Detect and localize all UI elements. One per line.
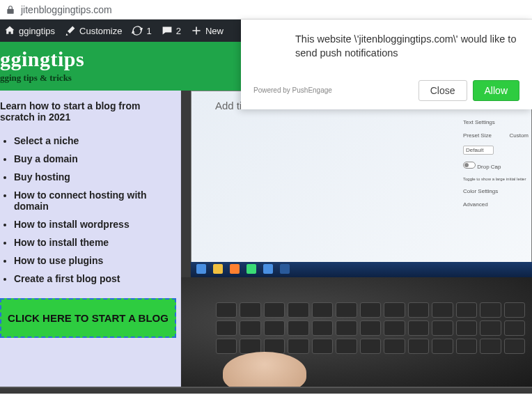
key <box>288 320 308 336</box>
keyboard <box>216 302 525 354</box>
key <box>288 302 308 318</box>
key <box>336 320 357 336</box>
key <box>240 302 260 318</box>
home-icon <box>4 25 15 36</box>
key <box>216 302 237 318</box>
key <box>264 302 285 318</box>
panel-advanced: Advanced <box>463 201 529 208</box>
key <box>336 302 357 318</box>
allow-button[interactable]: Allow <box>473 80 519 101</box>
key <box>432 339 453 354</box>
key <box>240 320 260 336</box>
preset-size-label: Preset Size <box>463 132 492 139</box>
key <box>504 302 525 318</box>
push-notification-prompt: This website \'jitenbloggingtips.com\' w… <box>241 20 532 109</box>
key <box>456 320 477 336</box>
browser-url-bar: jitenbloggingtips.com <box>0 0 532 20</box>
key <box>432 320 453 336</box>
laptop-screen: Add title Text Settings Preset Size Cust… <box>191 91 532 262</box>
key <box>480 339 501 354</box>
list-item: Buy a domain <box>14 153 176 164</box>
adminbar-updates-count: 1 <box>146 26 151 36</box>
dropcap-hint: Toggle to show a large initial letter <box>463 177 529 181</box>
list-item: Create a first blog post <box>14 273 176 284</box>
adminbar-site[interactable]: ggingtips <box>4 25 55 36</box>
taskbar-icon <box>196 264 206 274</box>
adminbar-comments-count: 2 <box>176 26 181 36</box>
url-text[interactable]: jitenbloggingtips.com <box>21 4 112 15</box>
panel-section-text: Text Settings <box>463 119 529 125</box>
dropcap-label: Drop Cap <box>477 164 501 170</box>
panel-color-settings: Color Settings <box>463 188 529 194</box>
key <box>360 302 381 318</box>
sidebar-heading: Learn how to start a blog from scratch i… <box>0 100 176 123</box>
adminbar-new[interactable]: New <box>191 25 224 36</box>
comment-icon <box>162 25 173 36</box>
key <box>456 302 477 318</box>
key <box>504 320 525 336</box>
list-item: How to install theme <box>14 237 176 248</box>
adminbar-new-label: New <box>205 26 224 36</box>
taskbar-icon <box>280 264 290 274</box>
taskbar-icon <box>230 264 240 274</box>
sidebar-list: Select a niche Buy a domain Buy hosting … <box>14 135 176 284</box>
adminbar-customize-label: Customize <box>79 26 122 36</box>
powered-by-text: Powered by PushEngage <box>253 86 332 94</box>
dropcap-toggle <box>463 162 476 169</box>
key <box>384 302 405 318</box>
adminbar-comments[interactable]: 2 <box>162 25 181 36</box>
lock-icon <box>6 5 15 15</box>
key <box>480 302 501 318</box>
footer-strip <box>0 387 532 394</box>
key <box>456 339 477 354</box>
taskbar-icon <box>247 264 256 274</box>
windows-taskbar <box>191 262 532 277</box>
cta-button[interactable]: CLICK HERE TO START A BLOG <box>0 298 176 338</box>
close-button[interactable]: Close <box>418 80 467 101</box>
key <box>384 339 405 354</box>
custom-label: Custom <box>509 132 529 139</box>
brush-icon <box>65 25 76 36</box>
key <box>408 339 429 354</box>
list-item: How to install wordpress <box>14 219 176 230</box>
adminbar-customize[interactable]: Customize <box>65 25 122 36</box>
plus-icon <box>191 25 202 36</box>
key <box>360 339 381 354</box>
refresh-icon <box>132 25 143 36</box>
key <box>336 339 357 354</box>
adminbar-updates[interactable]: 1 <box>132 25 151 36</box>
key <box>312 320 333 336</box>
key <box>480 320 501 336</box>
key <box>384 320 405 336</box>
laptop-body <box>181 277 532 387</box>
taskbar-icon <box>213 264 223 274</box>
key <box>312 339 333 354</box>
taskbar-icon <box>263 264 273 274</box>
left-sidebar: Learn how to start a blog from scratch i… <box>0 91 181 387</box>
key <box>408 320 429 336</box>
hero-image-area: Add title Text Settings Preset Size Cust… <box>181 91 532 387</box>
preset-select: Default <box>463 146 494 155</box>
key <box>216 320 237 336</box>
key <box>408 302 429 318</box>
key <box>288 339 308 354</box>
notification-message: This website \'jitenbloggingtips.com\' w… <box>295 32 519 61</box>
editor-side-panel: Text Settings Preset Size Custom Default… <box>463 119 529 215</box>
hand <box>223 352 306 387</box>
key <box>312 302 333 318</box>
key <box>360 320 381 336</box>
adminbar-site-label: ggingtips <box>19 26 55 36</box>
key <box>216 339 237 354</box>
key <box>504 339 525 354</box>
list-item: Select a niche <box>14 135 176 146</box>
list-item: Buy hosting <box>14 171 176 183</box>
key <box>264 320 285 336</box>
list-item: How to use plugins <box>14 255 176 266</box>
key <box>432 302 453 318</box>
list-item: How to connect hosting with domain <box>14 189 176 212</box>
